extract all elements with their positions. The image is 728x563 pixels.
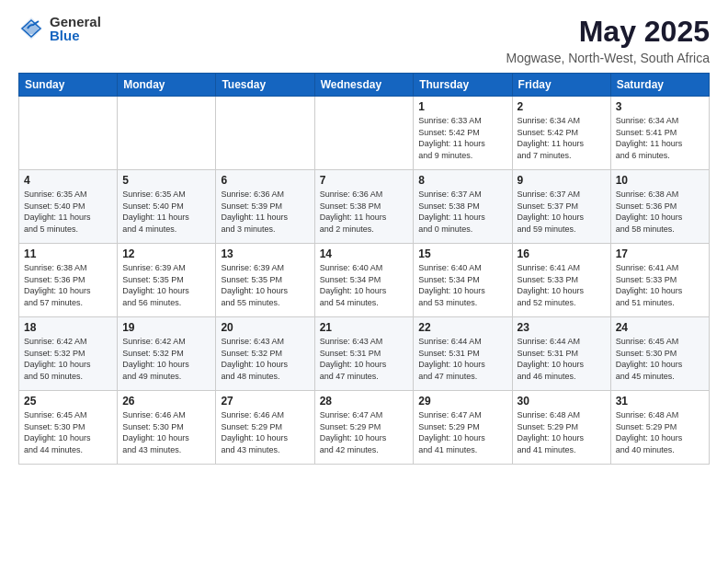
calendar-body: 1Sunrise: 6:33 AM Sunset: 5:42 PM Daylig… <box>19 97 710 465</box>
day-info: Sunrise: 6:35 AM Sunset: 5:40 PM Dayligh… <box>24 189 112 235</box>
day-info: Sunrise: 6:48 AM Sunset: 5:29 PM Dayligh… <box>518 409 606 455</box>
calendar-cell: 20Sunrise: 6:43 AM Sunset: 5:32 PM Dayli… <box>216 317 314 391</box>
day-number: 28 <box>320 395 409 408</box>
calendar-cell: 26Sunrise: 6:46 AM Sunset: 5:30 PM Dayli… <box>118 391 216 465</box>
calendar: Sunday Monday Tuesday Wednesday Thursday… <box>18 73 710 465</box>
day-number: 14 <box>320 247 409 260</box>
day-info: Sunrise: 6:41 AM Sunset: 5:33 PM Dayligh… <box>518 262 606 308</box>
calendar-cell: 13Sunrise: 6:39 AM Sunset: 5:35 PM Dayli… <box>216 244 314 317</box>
calendar-cell: 16Sunrise: 6:41 AM Sunset: 5:33 PM Dayli… <box>512 244 610 317</box>
calendar-cell <box>216 97 314 170</box>
day-number: 29 <box>418 395 506 408</box>
day-info: Sunrise: 6:39 AM Sunset: 5:35 PM Dayligh… <box>221 262 309 308</box>
day-number: 25 <box>24 395 112 408</box>
weekday-friday: Friday <box>512 74 610 97</box>
day-number: 4 <box>24 174 112 187</box>
week-row-1: 1Sunrise: 6:33 AM Sunset: 5:42 PM Daylig… <box>19 97 710 170</box>
day-info: Sunrise: 6:36 AM Sunset: 5:39 PM Dayligh… <box>221 189 309 235</box>
day-info: Sunrise: 6:42 AM Sunset: 5:32 PM Dayligh… <box>122 336 210 382</box>
day-info: Sunrise: 6:44 AM Sunset: 5:31 PM Dayligh… <box>518 336 606 382</box>
day-number: 24 <box>616 321 704 334</box>
calendar-cell: 9Sunrise: 6:37 AM Sunset: 5:37 PM Daylig… <box>512 170 610 244</box>
calendar-cell: 5Sunrise: 6:35 AM Sunset: 5:40 PM Daylig… <box>118 170 216 244</box>
day-number: 20 <box>221 321 309 334</box>
day-info: Sunrise: 6:40 AM Sunset: 5:34 PM Dayligh… <box>320 262 409 308</box>
day-number: 15 <box>418 247 506 260</box>
day-number: 13 <box>221 247 309 260</box>
calendar-cell: 2Sunrise: 6:34 AM Sunset: 5:42 PM Daylig… <box>512 97 610 170</box>
calendar-cell: 25Sunrise: 6:45 AM Sunset: 5:30 PM Dayli… <box>19 391 118 465</box>
day-number: 5 <box>122 174 210 187</box>
day-info: Sunrise: 6:38 AM Sunset: 5:36 PM Dayligh… <box>24 262 112 308</box>
calendar-cell: 14Sunrise: 6:40 AM Sunset: 5:34 PM Dayli… <box>314 244 414 317</box>
day-number: 16 <box>518 247 606 260</box>
calendar-cell: 8Sunrise: 6:37 AM Sunset: 5:38 PM Daylig… <box>414 170 512 244</box>
logo-general-text: General <box>50 15 101 29</box>
day-number: 7 <box>320 174 409 187</box>
day-info: Sunrise: 6:47 AM Sunset: 5:29 PM Dayligh… <box>418 409 506 455</box>
day-info: Sunrise: 6:42 AM Sunset: 5:32 PM Dayligh… <box>24 336 112 382</box>
day-number: 8 <box>418 174 506 187</box>
page: General Blue May 2025 Mogwase, North-Wes… <box>0 0 728 563</box>
calendar-cell: 11Sunrise: 6:38 AM Sunset: 5:36 PM Dayli… <box>19 244 118 317</box>
weekday-thursday: Thursday <box>414 74 512 97</box>
calendar-cell: 4Sunrise: 6:35 AM Sunset: 5:40 PM Daylig… <box>19 170 118 244</box>
weekday-saturday: Saturday <box>610 74 709 97</box>
calendar-cell: 12Sunrise: 6:39 AM Sunset: 5:35 PM Dayli… <box>118 244 216 317</box>
logo: General Blue <box>18 15 101 42</box>
title-block: May 2025 Mogwase, North-West, South Afri… <box>506 15 711 65</box>
calendar-cell: 22Sunrise: 6:44 AM Sunset: 5:31 PM Dayli… <box>414 317 512 391</box>
calendar-cell: 7Sunrise: 6:36 AM Sunset: 5:38 PM Daylig… <box>314 170 414 244</box>
header: General Blue May 2025 Mogwase, North-Wes… <box>18 15 710 65</box>
calendar-cell: 17Sunrise: 6:41 AM Sunset: 5:33 PM Dayli… <box>610 244 709 317</box>
day-info: Sunrise: 6:43 AM Sunset: 5:31 PM Dayligh… <box>320 336 409 382</box>
day-info: Sunrise: 6:43 AM Sunset: 5:32 PM Dayligh… <box>221 336 309 382</box>
day-number: 26 <box>122 395 210 408</box>
day-info: Sunrise: 6:34 AM Sunset: 5:42 PM Dayligh… <box>518 115 606 161</box>
calendar-cell: 10Sunrise: 6:38 AM Sunset: 5:36 PM Dayli… <box>610 170 709 244</box>
day-number: 1 <box>418 100 506 113</box>
day-info: Sunrise: 6:33 AM Sunset: 5:42 PM Dayligh… <box>418 115 506 161</box>
calendar-cell <box>314 97 414 170</box>
calendar-cell: 15Sunrise: 6:40 AM Sunset: 5:34 PM Dayli… <box>414 244 512 317</box>
weekday-row: Sunday Monday Tuesday Wednesday Thursday… <box>19 74 710 97</box>
day-number: 30 <box>518 395 606 408</box>
day-info: Sunrise: 6:37 AM Sunset: 5:37 PM Dayligh… <box>518 189 606 235</box>
week-row-2: 4Sunrise: 6:35 AM Sunset: 5:40 PM Daylig… <box>19 170 710 244</box>
day-info: Sunrise: 6:35 AM Sunset: 5:40 PM Dayligh… <box>122 189 210 235</box>
month-title: May 2025 <box>506 15 711 49</box>
day-info: Sunrise: 6:48 AM Sunset: 5:29 PM Dayligh… <box>616 409 704 455</box>
calendar-cell: 18Sunrise: 6:42 AM Sunset: 5:32 PM Dayli… <box>19 317 118 391</box>
day-number: 22 <box>418 321 506 334</box>
day-info: Sunrise: 6:45 AM Sunset: 5:30 PM Dayligh… <box>616 336 704 382</box>
weekday-tuesday: Tuesday <box>216 74 314 97</box>
day-info: Sunrise: 6:46 AM Sunset: 5:30 PM Dayligh… <box>122 409 210 455</box>
location-title: Mogwase, North-West, South Africa <box>506 51 711 65</box>
day-number: 18 <box>24 321 112 334</box>
day-number: 27 <box>221 395 309 408</box>
calendar-cell: 6Sunrise: 6:36 AM Sunset: 5:39 PM Daylig… <box>216 170 314 244</box>
day-number: 21 <box>320 321 409 334</box>
day-number: 31 <box>616 395 704 408</box>
day-number: 6 <box>221 174 309 187</box>
day-number: 2 <box>518 100 606 113</box>
calendar-cell: 30Sunrise: 6:48 AM Sunset: 5:29 PM Dayli… <box>512 391 610 465</box>
calendar-cell <box>118 97 216 170</box>
logo-blue-text: Blue <box>50 29 101 42</box>
calendar-cell: 3Sunrise: 6:34 AM Sunset: 5:41 PM Daylig… <box>610 97 709 170</box>
calendar-cell: 29Sunrise: 6:47 AM Sunset: 5:29 PM Dayli… <box>414 391 512 465</box>
weekday-monday: Monday <box>118 74 216 97</box>
calendar-cell: 1Sunrise: 6:33 AM Sunset: 5:42 PM Daylig… <box>414 97 512 170</box>
day-info: Sunrise: 6:36 AM Sunset: 5:38 PM Dayligh… <box>320 189 409 235</box>
day-info: Sunrise: 6:47 AM Sunset: 5:29 PM Dayligh… <box>320 409 409 455</box>
day-number: 11 <box>24 247 112 260</box>
day-number: 17 <box>616 247 704 260</box>
day-info: Sunrise: 6:40 AM Sunset: 5:34 PM Dayligh… <box>418 262 506 308</box>
day-info: Sunrise: 6:41 AM Sunset: 5:33 PM Dayligh… <box>616 262 704 308</box>
day-info: Sunrise: 6:39 AM Sunset: 5:35 PM Dayligh… <box>122 262 210 308</box>
week-row-3: 11Sunrise: 6:38 AM Sunset: 5:36 PM Dayli… <box>19 244 710 317</box>
logo-text: General Blue <box>50 15 101 42</box>
day-number: 3 <box>616 100 704 113</box>
calendar-cell: 24Sunrise: 6:45 AM Sunset: 5:30 PM Dayli… <box>610 317 709 391</box>
calendar-cell: 19Sunrise: 6:42 AM Sunset: 5:32 PM Dayli… <box>118 317 216 391</box>
